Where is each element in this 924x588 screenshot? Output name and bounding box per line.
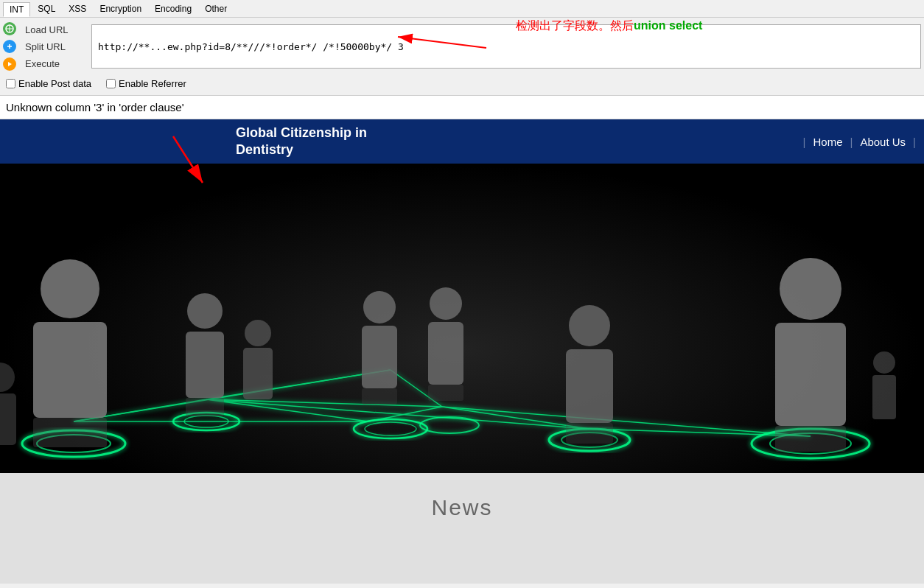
globe-icon	[3, 22, 16, 35]
tab-sql[interactable]: SQL	[32, 2, 61, 15]
split-url-button[interactable]: Split URL	[22, 40, 88, 54]
tab-encryption[interactable]: Encryption	[94, 2, 147, 15]
svg-marker-3	[8, 62, 12, 66]
svg-rect-31	[186, 332, 224, 398]
enable-referrer-checkbox[interactable]	[106, 79, 116, 88]
svg-rect-42	[566, 349, 613, 423]
tab-encoding[interactable]: Encoding	[149, 2, 197, 15]
nav-home-link[interactable]: Home	[810, 134, 845, 150]
svg-rect-28	[33, 322, 107, 418]
svg-rect-29	[33, 418, 107, 447]
enable-referrer-checkbox-label[interactable]: Enable Referrer	[106, 78, 186, 89]
load-url-button[interactable]: Load URL	[22, 23, 88, 37]
svg-point-47	[873, 351, 895, 374]
svg-point-44	[780, 258, 841, 320]
nav-sep-2: |	[850, 136, 853, 148]
link-icon	[3, 40, 16, 53]
site-navbar: Global Citizenship in Dentistry | Home |…	[0, 119, 924, 164]
enable-post-checkbox-label[interactable]: Enable Post data	[6, 78, 91, 89]
nav-links: | Home | About Us |	[799, 134, 920, 150]
svg-line-9	[206, 399, 442, 407]
svg-rect-39	[428, 322, 463, 385]
svg-rect-48	[872, 375, 896, 419]
svg-point-27	[41, 259, 99, 318]
svg-rect-37	[362, 388, 397, 405]
site-title: Global Citizenship in Dentistry	[236, 125, 367, 159]
svg-rect-43	[566, 423, 613, 444]
url-input[interactable]	[91, 24, 921, 69]
svg-point-22	[420, 417, 479, 433]
play-icon	[3, 57, 16, 71]
svg-rect-36	[362, 326, 397, 388]
tab-xss[interactable]: XSS	[63, 2, 92, 15]
svg-rect-32	[186, 398, 224, 416]
news-title: News	[15, 495, 909, 520]
news-section: News	[0, 473, 924, 584]
svg-rect-46	[775, 426, 846, 452]
error-bar: Unknown column '3' in 'order clause'	[0, 96, 924, 119]
nav-sep-3: |	[913, 136, 916, 148]
execute-button[interactable]: Execute	[22, 57, 88, 71]
svg-point-49	[0, 363, 15, 392]
tab-int[interactable]: INT	[3, 2, 30, 17]
svg-rect-34	[243, 348, 273, 399]
svg-point-41	[569, 305, 610, 346]
enable-referrer-label: Enable Referrer	[119, 78, 186, 89]
svg-point-38	[430, 287, 462, 320]
tab-other[interactable]: Other	[199, 2, 233, 15]
nav-sep-1: |	[803, 136, 806, 148]
svg-rect-40	[428, 385, 463, 401]
hero-section	[0, 164, 924, 473]
svg-point-21	[365, 422, 416, 435]
nav-about-link[interactable]: About Us	[857, 134, 909, 150]
svg-point-33	[245, 320, 271, 346]
enable-post-label: Enable Post data	[18, 78, 91, 89]
enable-post-checkbox[interactable]	[6, 79, 15, 88]
svg-rect-50	[0, 393, 16, 445]
svg-point-35	[363, 291, 396, 323]
website-preview: Global Citizenship in Dentistry | Home |…	[0, 119, 924, 588]
svg-rect-45	[775, 323, 846, 426]
svg-point-30	[187, 293, 223, 329]
